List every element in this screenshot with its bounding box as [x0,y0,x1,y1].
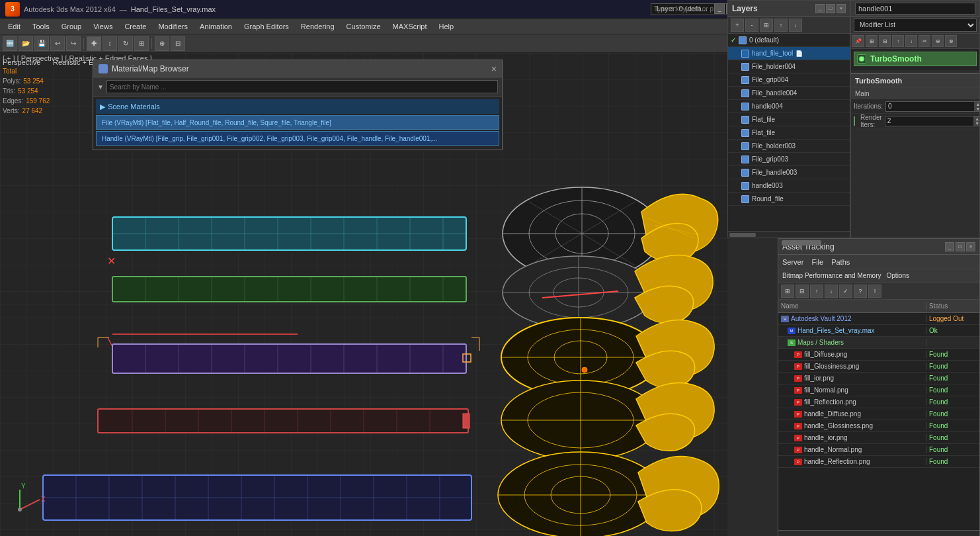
asset-minimize[interactable]: _ [945,242,954,251]
layer-item-12[interactable]: Round_file [728,193,850,206]
minimize-btn[interactable]: _ [714,3,725,14]
asset-tool-4[interactable]: ↓ [825,285,838,298]
layer-item-4[interactable]: File_handle004 [728,87,850,100]
asset-menu-file[interactable]: File [811,258,823,266]
asset-row-11[interactable]: Phandle_Normal.pngFound [778,444,979,456]
asset-menu-paths[interactable]: Paths [831,258,850,266]
toolbar-snap[interactable]: ⊕ [155,36,169,51]
iterations-down[interactable]: ▼ [974,107,980,111]
toolbar-open[interactable]: 📂 [19,36,33,51]
asset-bottom-scrollbar[interactable] [778,530,979,536]
toolbar-new[interactable]: 🆕 [3,36,17,51]
asset-close[interactable]: × [966,242,975,251]
object-name-input[interactable] [855,3,975,15]
modifier-icon-8[interactable]: ⊗ [945,35,957,47]
asset-row-2[interactable]: SMaps / Shaders [778,337,979,349]
modifier-icon-6[interactable]: ✂ [919,35,930,47]
layer-item-7[interactable]: Flat_file [728,126,850,140]
asset-row-8[interactable]: Phandle_Diffuse.pngFound [778,408,979,420]
asset-row-4[interactable]: Pfill_Glossiness.pngFound [778,361,979,373]
pin-icon-btn[interactable]: 📌 [852,35,864,47]
layer-item-8[interactable]: File_holder003 [728,140,850,153]
layer-btn-4[interactable]: ↑ [774,19,788,32]
menu-graph-editors[interactable]: Graph Editors [239,21,294,32]
asset-row-5[interactable]: Pfill_ior.pngFound [778,373,979,384]
asset-tool-1[interactable]: ⊞ [781,285,794,298]
menu-modifiers[interactable]: Modifiers [153,21,193,32]
asset-tool-3[interactable]: ↑ [810,285,823,298]
toolbar-mirror[interactable]: ⊟ [171,36,185,51]
toolbar-move[interactable]: ↕ [102,36,117,51]
asset-maximize[interactable]: □ [956,242,965,251]
asset-tool-6[interactable]: ? [854,285,867,298]
menu-rendering[interactable]: Rendering [296,21,340,32]
layer-item-10[interactable]: File_handle003 [728,166,850,179]
menu-customize[interactable]: Customize [341,21,386,32]
asset-tool-7[interactable]: ! [868,285,881,298]
asset-tool-2[interactable]: ⊟ [796,285,809,298]
asset-row-6[interactable]: Pfill_Normal.pngFound [778,384,979,396]
layer-btn-1[interactable]: + [731,19,744,32]
render-iters-spinbox[interactable]: ▲ ▼ [885,116,980,126]
layer-item-6[interactable]: Flat_file [728,113,850,126]
layer-btn-2[interactable]: - [745,19,758,32]
modifier-icon-3[interactable]: ⊟ [879,35,891,47]
menu-edit[interactable]: Edit [3,21,26,32]
modifier-icon-4[interactable]: ↑ [892,35,904,47]
modifier-list-dropdown[interactable]: Modifier List [854,19,977,32]
iterations-input[interactable] [886,102,974,111]
layers-minimize[interactable]: _ [815,4,825,13]
mat-item-1[interactable]: Handle (VRayMtl) [File_grip, File_grip00… [96,131,499,146]
asset-row-12[interactable]: Phandle_Reflection.pngFound [778,456,979,468]
toolbar-save[interactable]: 💾 [34,36,49,51]
menu-help[interactable]: Help [434,21,460,32]
modifier-icon-5[interactable]: ↓ [905,35,917,47]
asset-bitmap-label[interactable]: Bitmap Performance and Memory [782,272,881,279]
render-iters-down[interactable]: ▼ [973,121,980,126]
menu-group[interactable]: Group [56,21,87,32]
layer-item-3[interactable]: File_grip004 [728,73,850,87]
layer-btn-5[interactable]: ↓ [789,19,802,32]
asset-row-9[interactable]: Phandle_Glossiness.pngFound [778,420,979,432]
toolbar-undo[interactable]: ↩ [50,36,65,51]
layer-btn-3[interactable]: ⊞ [760,19,773,32]
render-iters-checkbox[interactable] [854,116,855,126]
mat-browser-close[interactable]: × [491,64,497,74]
layer-item-2[interactable]: File_holder004 [728,60,850,73]
iterations-up[interactable]: ▲ [974,102,980,107]
layers-maximize[interactable]: □ [826,4,835,13]
layer-item-9[interactable]: File_grip003 [728,153,850,166]
layer-item-1[interactable]: hand_file_tool📄 [728,47,850,60]
asset-row-0[interactable]: VAutodesk Vault 2012Logged Out [778,313,979,325]
modifier-icon-2[interactable]: ⊞ [866,35,878,47]
menu-tools[interactable]: Tools [27,21,55,32]
menu-create[interactable]: Create [119,21,151,32]
asset-tool-5[interactable]: ✓ [839,285,852,298]
menu-animation[interactable]: Animation [194,21,237,32]
toolbar-redo[interactable]: ↪ [66,36,81,51]
render-iters-input[interactable] [885,116,973,126]
asset-menu-server[interactable]: Server [782,258,803,266]
render-iters-up[interactable]: ▲ [973,116,980,121]
turbosmooth-modifier[interactable]: TurboSmooth [854,52,977,66]
iterations-spinbox[interactable]: ▲ ▼ [885,101,980,112]
toolbar-scale[interactable]: ⊞ [134,36,149,51]
layer-item-5[interactable]: handle004 [728,100,850,113]
mat-section-scene[interactable]: ▶ Scene Materials [96,99,499,114]
layers-close[interactable]: × [837,4,846,13]
asset-row-10[interactable]: Phandle_ior.pngFound [778,432,979,444]
layer-item-11[interactable]: handle003 [728,179,850,193]
menu-maxscript[interactable]: MAXScript [388,21,432,32]
toolbar-rotate[interactable]: ↻ [118,36,133,51]
layers-scrollbar[interactable] [728,231,850,238]
asset-row-3[interactable]: Pfill_Diffuse.pngFound [778,349,979,361]
asset-options-label[interactable]: Options [887,272,909,279]
mat-item-0[interactable]: File (VRayMtl) [Flat_file, Half_Round_fi… [96,115,499,130]
modifier-icon-7[interactable]: ⊕ [932,35,944,47]
menu-views[interactable]: Views [88,21,118,32]
asset-row-7[interactable]: Pfill_Reflection.pngFound [778,396,979,408]
mat-search-input[interactable] [106,80,498,93]
asset-row-1[interactable]: MHand_Files_Set_vray.maxOk [778,325,979,337]
layer-item-0[interactable]: ✓0 (default) [728,34,850,47]
toolbar-select[interactable]: ✚ [87,36,101,51]
